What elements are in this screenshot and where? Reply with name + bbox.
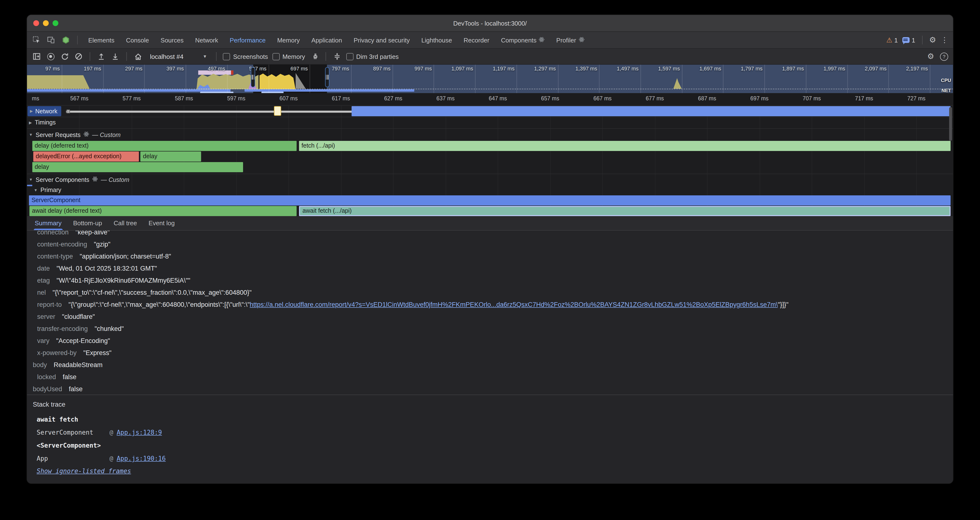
tab-console[interactable]: Console [120,32,154,48]
tab-components[interactable]: Components [495,32,550,48]
flame-bar-delay-deferred-text[interactable]: delay (deferred text) [32,141,297,151]
details-tab-label: Call tree [114,219,137,227]
tabbar-left-icons [30,35,83,45]
stack-frame: ServerComponent@App.js:128:9 [33,426,953,439]
settings-gear-icon[interactable]: ⚙ [929,36,936,44]
overview-ruler-label: 1,097 ms [452,65,475,72]
details-tab-label: Event log [148,219,175,227]
memory-label: Memory [282,53,305,60]
upload-profile-icon[interactable] [97,52,106,61]
summary-key: bodyUsed [33,385,62,393]
flame-bar-delay[interactable]: delay [141,151,201,162]
inspect-element-icon[interactable] [32,35,41,45]
flame-bar-fetch-api[interactable]: fetch (.../api) [299,141,950,151]
timeline-overview[interactable]: 97 ms197 ms297 ms397 ms497 ms597 ms697 m… [27,65,953,93]
flame-bar-servercomponent[interactable]: ServerComponent [29,196,950,205]
flame-bar-delayederror-ayed-exception[interactable]: delayedError (...ayed exception) [33,151,139,162]
home-icon[interactable] [133,52,143,61]
flame-bar-delay[interactable]: delay [32,162,243,172]
overview-ruler-label: 1,397 ms [575,65,599,72]
warnings-badge[interactable]: ⚠ 1 [886,36,898,44]
traffic-lights [33,15,58,31]
server-components-track-header[interactable]: ▼Server Components— Custom [29,176,129,183]
clear-button[interactable] [74,52,83,61]
report-to-link[interactable]: https://a.nel.cloudflare.com/report/v4?s… [250,301,778,308]
row-separator [27,128,953,129]
dim-3rd-parties-checkbox[interactable]: Dim 3rd parties [346,53,399,60]
tab-network[interactable]: Network [189,32,224,48]
collapse-sections-icon[interactable] [332,52,342,61]
summary-value: "{\"report_to\":\"cf-nel\",\"success_fra… [52,289,251,296]
tab-label: Network [195,37,218,44]
response-properties-list: connection"keep-alive"content-encoding"g… [27,231,953,394]
device-toolbar-icon[interactable] [46,35,56,45]
details-tab-bottom-up[interactable]: Bottom-up [72,216,103,230]
selection-handle-right[interactable] [325,67,329,87]
overview-tick [682,65,682,93]
kebab-menu-icon[interactable]: ⋮ [941,36,948,45]
custom-track-atom-icon [92,176,98,183]
details-tab-call-tree[interactable]: Call tree [113,216,138,230]
gc-brush-icon[interactable] [309,52,319,61]
minimize-window-button[interactable] [43,20,49,26]
zoom-window-button[interactable] [52,20,58,26]
timings-track-header[interactable]: ▶Timings [29,119,56,126]
network-track-resize-handle[interactable] [67,110,70,113]
network-track-label: Network [35,108,57,114]
issues-badge[interactable]: 1 [903,37,915,44]
overview-tick [764,65,765,93]
server-requests-track-header[interactable]: ▼Server Requests— Custom [29,131,121,138]
close-window-button[interactable] [33,20,39,26]
tab-privacy-and-security[interactable]: Privacy and security [348,32,416,48]
details-tab-summary[interactable]: Summary [34,216,62,230]
reload-and-record-button[interactable] [60,52,70,61]
flame-bar-await-delay-deferred-text[interactable]: await delay (deferred text) [30,206,296,216]
network-track-header[interactable]: ▶Network [27,106,61,116]
memory-checkbox[interactable]: Memory [272,53,305,60]
react-atom-icon [539,37,545,44]
show-ignore-listed-frames-link[interactable]: Show ignore-listed frames [33,468,131,475]
summary-key: etag [37,277,50,284]
server-requests-track-label: Server Requests [36,132,81,138]
details-tab-event-log[interactable]: Event log [148,216,175,230]
tab-memory[interactable]: Memory [271,32,305,48]
target-selector[interactable]: localhost #4 ▼ [147,52,210,61]
tab-application[interactable]: Application [305,32,348,48]
network-request-bar[interactable] [352,106,950,116]
frame-source-link[interactable]: App.js:128:9 [117,429,162,436]
toggle-sidebar-icon[interactable] [32,52,41,61]
overview-tick [806,65,807,93]
capture-settings-gear-icon[interactable]: ⚙ [927,52,934,60]
summary-key: body [33,361,47,369]
overview-ruler-label: 97 ms [45,65,62,72]
tab-elements[interactable]: Elements [83,32,120,48]
network-request-waiting-line[interactable] [66,110,352,113]
tab-performance[interactable]: Performance [224,32,272,48]
overview-ruler-label: 797 ms [332,65,351,72]
vertical-scrollbar-thumb[interactable] [949,107,952,141]
help-icon[interactable]: ? [940,52,948,60]
flame-bar-await-fetch-api[interactable]: await fetch (.../api) [299,206,950,216]
grip-line [326,75,327,80]
tab-sources[interactable]: Sources [155,32,189,48]
ruler-label: 697 ms [751,95,768,101]
tab-profiler[interactable]: Profiler [550,32,590,48]
overview-tick [847,65,848,93]
warning-icon: ⚠ [886,36,892,44]
server-components-track-label: Server Components [36,176,89,183]
tab-lighthouse[interactable]: Lighthouse [415,32,458,48]
tab-recorder[interactable]: Recorder [458,32,495,48]
network-request-marker[interactable] [274,106,281,116]
react-devtools-icon [61,35,70,45]
selection-handle-left[interactable] [251,67,255,87]
frame-source-link[interactable]: App.js:190:16 [117,455,166,462]
overview-ruler-label: 197 ms [84,65,103,72]
primary-group-header[interactable]: ▼Primary [34,187,61,194]
toolbar-right: ⚙ ? [927,52,948,60]
stack-frame: <ServerComponent> [33,439,953,452]
record-button[interactable] [46,52,56,61]
screenshots-checkbox[interactable]: Screenshots [223,53,268,60]
summary-key: date [37,265,50,272]
download-profile-icon[interactable] [110,52,120,61]
tab-label: Lighthouse [421,37,452,44]
